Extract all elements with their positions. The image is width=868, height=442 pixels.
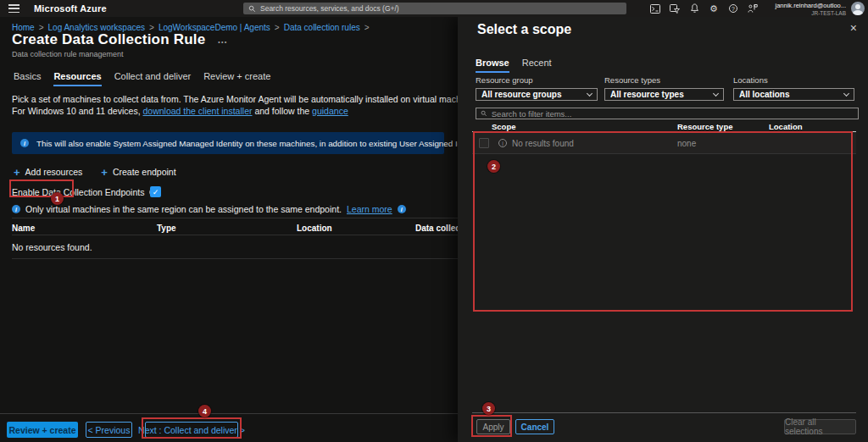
azure-portal-screen: Microsoft Azure ⚙ ? jannik.reinhard@outl… <box>0 0 868 442</box>
resource-types-filter: Resource types All resource types <box>604 75 724 101</box>
locations-filter: Locations All locations <box>733 75 854 101</box>
brand-title[interactable]: Microsoft Azure <box>34 3 107 14</box>
chevron-down-icon <box>843 90 849 96</box>
create-endpoint-button[interactable]: +Create endpoint <box>101 167 175 178</box>
annotation-badge-3: 3 <box>482 402 495 415</box>
more-options-icon[interactable]: … <box>217 34 227 46</box>
region-note-text: Only virtual machines in the same region… <box>25 204 342 214</box>
breadcrumb-dcr[interactable]: Data collection rules <box>284 23 360 32</box>
cloud-shell-icon[interactable] <box>650 3 660 14</box>
scope-table-header: Scope Resource type Location <box>472 122 856 132</box>
clear-all-selections-button[interactable]: Clear all selections <box>784 419 856 434</box>
filter-items-input[interactable] <box>492 109 854 119</box>
column-scope: Scope <box>492 122 516 131</box>
avatar[interactable] <box>851 2 865 15</box>
region-note: i Only virtual machines in the same regi… <box>12 204 406 214</box>
plus-icon: + <box>101 167 108 178</box>
previous-button[interactable]: < Previous <box>86 422 132 438</box>
review-create-button[interactable]: Review + create <box>7 422 78 438</box>
annotation-badge-4: 4 <box>198 405 211 417</box>
resource-types-label: Resource types <box>604 75 724 85</box>
tab-basics[interactable]: Basics <box>14 71 41 86</box>
info-icon: i <box>20 139 29 147</box>
guidance-link[interactable]: guidance <box>312 106 348 116</box>
column-resource-type: Resource type <box>677 122 732 131</box>
cancel-button[interactable]: Cancel <box>515 419 554 434</box>
learn-more-link[interactable]: Learn more <box>347 204 392 214</box>
tab-review-create[interactable]: Review + create <box>203 71 270 86</box>
apply-button[interactable]: Apply <box>476 419 510 434</box>
next-collect-deliver-button[interactable]: Next : Collect and deliver > <box>145 422 238 438</box>
scope-empty-row: i No results found none <box>472 132 856 154</box>
tab-resources[interactable]: Resources <box>53 71 101 86</box>
intro-text-line2: For Windows 10 and 11 devices, download … <box>12 106 348 116</box>
resource-group-label: Resource group <box>476 75 598 85</box>
search-icon <box>248 5 256 13</box>
select-scope-panel: Select a scope × Browse Recent Resource … <box>458 17 868 442</box>
tab-collect-and-deliver[interactable]: Collect and deliver <box>114 71 192 86</box>
settings-gear-icon[interactable]: ⚙ <box>709 3 719 14</box>
panel-footer-divider <box>472 412 856 413</box>
enable-dce-label: Enable Data Collection Endpoints <box>12 187 144 197</box>
annotation-badge-2: 2 <box>487 160 500 173</box>
global-search-input[interactable] <box>260 4 621 13</box>
enable-dce-checkbox[interactable]: ✓ <box>150 186 161 197</box>
tab-browse[interactable]: Browse <box>476 58 509 73</box>
page-title: Create Data Collection Rule <box>12 31 205 48</box>
add-resources-button[interactable]: +Add resources <box>14 167 82 178</box>
column-location: Location <box>769 122 803 131</box>
info-banner-text: This will also enable System Assigned Ma… <box>36 139 519 148</box>
info-icon: i <box>498 139 507 147</box>
locations-dropdown[interactable]: All locations <box>733 88 854 101</box>
feedback-icon[interactable] <box>748 3 758 14</box>
info-icon: i <box>398 205 406 213</box>
account-tenant: JR-TEST-LAB <box>776 10 847 16</box>
plus-icon: + <box>14 167 20 178</box>
row-checkbox[interactable] <box>479 138 489 148</box>
resource-types-dropdown[interactable]: All resource types <box>604 88 724 101</box>
enable-dce-row: Enable Data Collection Endpoints i <box>12 187 158 197</box>
panel-title: Select a scope <box>477 22 571 37</box>
breadcrumb-separator: > <box>275 23 280 32</box>
directory-filter-icon[interactable] <box>670 3 680 14</box>
hamburger-menu-icon[interactable] <box>8 4 20 13</box>
topbar-icons: ⚙ ? <box>650 0 758 17</box>
resource-group-dropdown[interactable]: All resource groups <box>476 88 598 101</box>
page-subtitle: Data collection rule management <box>12 50 124 58</box>
download-client-installer-link[interactable]: download the client installer <box>142 106 252 116</box>
chevron-down-icon <box>587 90 593 96</box>
global-search[interactable] <box>243 3 626 14</box>
notifications-bell-icon[interactable] <box>689 3 699 14</box>
search-icon <box>481 110 487 117</box>
wizard-tabs: Basics Resources Collect and deliver Rev… <box>14 71 270 86</box>
info-banner: i This will also enable System Assigned … <box>12 132 444 154</box>
column-type: Type <box>157 224 176 233</box>
account-info[interactable]: jannik.reinhard@outloo... JR-TEST-LAB <box>776 2 847 16</box>
chevron-down-icon <box>713 90 719 96</box>
account-email: jannik.reinhard@outloo... <box>776 2 847 9</box>
top-bar: Microsoft Azure ⚙ ? jannik.reinhard@outl… <box>0 0 868 17</box>
no-results-text: No results found <box>512 139 574 148</box>
column-location: Location <box>297 224 332 233</box>
close-icon[interactable]: × <box>850 21 857 35</box>
filter-items-search[interactable] <box>476 108 859 119</box>
panel-tabs: Browse Recent <box>476 58 552 73</box>
annotation-badge-1: 1 <box>51 192 64 205</box>
breadcrumb-separator: > <box>364 23 370 32</box>
wizard-footer: Review + create < Previous Next : Collec… <box>0 413 458 442</box>
help-icon[interactable]: ? <box>728 3 738 14</box>
command-bar: +Add resources +Create endpoint <box>14 164 176 180</box>
locations-label: Locations <box>733 75 854 85</box>
column-name: Name <box>12 224 35 233</box>
info-icon: i <box>12 205 20 213</box>
tab-recent[interactable]: Recent <box>522 58 552 73</box>
resource-group-filter: Resource group All resource groups <box>476 75 598 101</box>
resource-type-none: none <box>677 139 696 148</box>
